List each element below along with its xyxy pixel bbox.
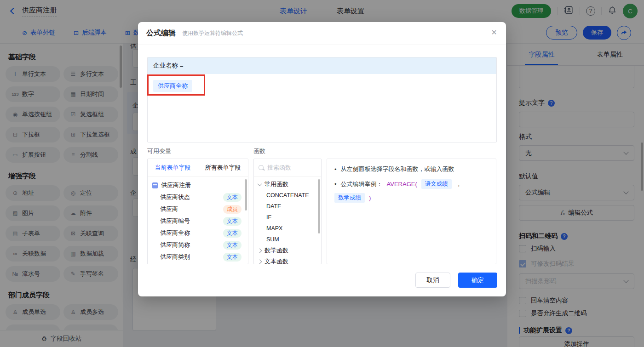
example-function: AVERAGE( — [387, 181, 417, 188]
field-chip[interactable]: 供应商全称 — [153, 80, 192, 92]
functions-scrollbar[interactable] — [318, 179, 320, 233]
field-type-tag: 文本 — [223, 253, 242, 262]
field-name: 供应商 — [160, 205, 178, 213]
field-rows: 供应商状态 文本 供应商 成员 供应商编号 文本 — [148, 191, 248, 263]
field-name: 供应商状态 — [160, 193, 190, 201]
chevron-down-icon — [258, 182, 262, 186]
modal-title: 公式编辑 — [146, 28, 176, 38]
field-type-tag: 成员 — [223, 205, 242, 214]
variable-field-row[interactable]: 供应商类别 文本 — [148, 251, 248, 263]
group-label: 文本函数 — [264, 257, 288, 264]
field-name: 供应商简称 — [160, 241, 190, 249]
functions-label: 函数 — [253, 147, 265, 155]
field-type-tag: 文本 — [223, 193, 242, 202]
example-close-paren: ) — [369, 194, 371, 201]
functions-panel: 常用函数 CONCATENATE DATE IF MAPX SUM — [253, 159, 322, 264]
function-item[interactable]: IF — [254, 212, 321, 223]
help-text: 从左侧面板选择字段名和函数，或输入函数 — [341, 165, 454, 173]
variable-field-row[interactable]: 供应商编号 文本 — [148, 215, 248, 227]
variables-label: 可用变量 — [147, 147, 171, 155]
help-line-1: • 从左侧面板选择字段名和函数，或输入函数 — [334, 165, 489, 173]
formula-editor[interactable]: 企业名称 = 供应商全称 — [147, 57, 497, 142]
variables-scrollbar[interactable] — [245, 179, 247, 210]
modal-header: 公式编辑 使用数学运算符编辑公式 × — [138, 22, 506, 45]
field-type-tag: 文本 — [223, 217, 242, 226]
variables-panel: 当前表单字段 所有表单字段 供应商注册 供应商状态 文本 — [147, 159, 248, 264]
help-example-prefix: 公式编辑举例： — [341, 180, 383, 188]
help-panel: • 从左侧面板选择字段名和函数，或输入函数 • 公式编辑举例： AVERAGE(… — [327, 159, 496, 264]
collapsed-groups: 数学函数 文本函数 — [254, 245, 321, 264]
confirm-button[interactable]: 确定 — [458, 273, 497, 288]
help-line-2: • 公式编辑举例： AVERAGE( 语文成绩 ， 数学成绩 ) — [334, 179, 489, 203]
group-label: 数学函数 — [264, 246, 288, 255]
app-window: 供应商注册 表单设计 表单设置 数据管理 ? — [0, 0, 644, 347]
bullet-icon: • — [334, 181, 337, 188]
field-type-tag: 文本 — [223, 241, 242, 250]
function-item[interactable]: MAPX — [254, 223, 321, 234]
formula-edit-modal: 公式编辑 使用数学运算符编辑公式 × 企业名称 = 供应商全称 可用变量 函数 … — [138, 22, 506, 296]
bullet-icon: • — [334, 166, 337, 173]
formula-body[interactable]: 供应商全称 — [148, 74, 496, 142]
tab-current-form-fields[interactable]: 当前表单字段 — [148, 164, 198, 172]
function-item[interactable]: DATE — [254, 201, 321, 212]
variable-field-row[interactable]: 供应商全称 文本 — [148, 227, 248, 239]
function-group-common[interactable]: 常用函数 — [254, 179, 321, 190]
group-label: 常用函数 — [264, 180, 288, 188]
variables-list: 供应商注册 供应商状态 文本 供应商 成员 — [148, 176, 248, 263]
function-search-input[interactable] — [267, 164, 313, 171]
example-chip: 语文成绩 — [421, 179, 452, 189]
function-list: 常用函数 CONCATENATE DATE IF MAPX SUM — [254, 176, 321, 264]
field-name: 供应商全称 — [160, 229, 190, 237]
chevron-right-icon — [258, 259, 262, 264]
modal-subtitle: 使用数学运算符编辑公式 — [182, 29, 243, 37]
variable-field-row[interactable]: 供应商 成员 — [148, 203, 248, 215]
variable-field-row[interactable]: 供应商简称 文本 — [148, 239, 248, 251]
example-chip: 数学成绩 — [334, 193, 365, 203]
close-icon[interactable]: × — [491, 28, 497, 37]
variable-field-row[interactable]: 供应商状态 文本 — [148, 191, 248, 203]
field-name: 供应商编号 — [160, 217, 190, 225]
function-items: CONCATENATE DATE IF MAPX SUM — [254, 190, 321, 245]
cancel-button[interactable]: 取消 — [415, 273, 450, 288]
variables-tabs: 当前表单字段 所有表单字段 — [148, 159, 248, 176]
tab-all-form-fields[interactable]: 所有表单字段 — [198, 164, 248, 172]
formula-target: 企业名称 = — [148, 57, 496, 74]
tree-root-form[interactable]: 供应商注册 — [148, 179, 248, 191]
example-comma: ， — [456, 180, 462, 188]
function-search[interactable] — [254, 159, 321, 176]
chevron-right-icon — [258, 248, 262, 253]
field-type-tag: 文本 — [223, 229, 242, 238]
function-group-collapsed[interactable]: 数学函数 — [254, 245, 321, 256]
function-item[interactable]: CONCATENATE — [254, 190, 321, 201]
field-name: 供应商类别 — [160, 253, 190, 261]
function-group-collapsed[interactable]: 文本函数 — [254, 256, 321, 264]
function-item[interactable]: SUM — [254, 234, 321, 245]
form-doc-icon — [152, 182, 158, 188]
tree-root-label: 供应商注册 — [161, 181, 191, 189]
search-icon — [259, 165, 264, 170]
